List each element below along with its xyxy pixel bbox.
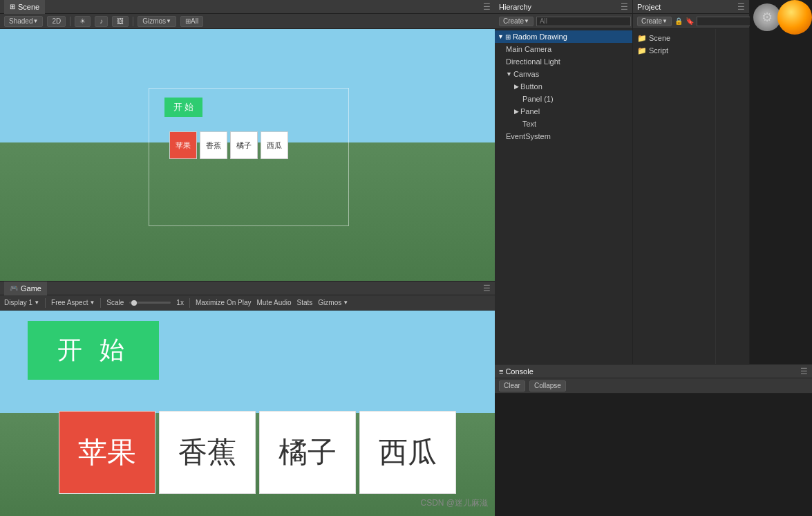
game-fruit-0[interactable]: 苹果 — [59, 411, 155, 494]
hierarchy-create-btn[interactable]: Create ▼ — [499, 17, 534, 26]
console-tab-label: Console — [505, 367, 533, 376]
create-arrow: ▼ — [524, 18, 529, 24]
collapse-btn[interactable]: Collapse — [529, 380, 566, 391]
tab-scene[interactable]: ⊞ Scene — [4, 0, 45, 14]
game-sep-1 — [45, 298, 46, 308]
hierarchy-button[interactable]: ▶ Button — [495, 80, 632, 93]
maximize-btn[interactable]: Maximize On Play — [196, 299, 252, 306]
canvas-arrow: ▼ — [506, 71, 512, 77]
game-fruit-2[interactable]: 橘子 — [259, 411, 356, 494]
sun-btn[interactable]: ☀ — [75, 16, 91, 27]
project-script-folder[interactable]: 📁 Script — [633, 44, 715, 57]
scene-tab-icon: ⊞ — [10, 3, 15, 10]
shaded-dropdown[interactable]: Shaded ▼ — [4, 16, 43, 27]
project-create-btn[interactable]: Create ▼ — [637, 17, 672, 26]
tab-hierarchy[interactable]: Hierarchy — [499, 3, 531, 11]
game-gizmos-arrow: ▼ — [343, 300, 348, 306]
orange-asset-icon — [777, 0, 812, 35]
asset-preview-area: ⚙ — [750, 0, 812, 42]
hierarchy-panel[interactable]: ▶ Panel — [495, 105, 632, 118]
scene-image-btn[interactable]: 🖼 — [112, 16, 129, 27]
project-panel-menu[interactable]: ☰ — [737, 2, 745, 12]
gizmos-btn[interactable]: Gizmos ▼ — [138, 16, 176, 27]
game-start-button[interactable]: 开 始 — [28, 321, 159, 380]
2d-btn[interactable]: 2D — [47, 16, 66, 27]
stats-label: Stats — [297, 299, 313, 306]
all-btn[interactable]: ⊞ All — [180, 16, 203, 27]
console-tab-bar: ≡ Console ☰ — [495, 365, 812, 378]
project-create-arrow: ▼ — [662, 18, 668, 24]
scene-fruit-1[interactable]: 香蕉 — [200, 131, 227, 159]
scale-slider-thumb — [131, 300, 137, 306]
script-folder-icon: 📁 — [637, 46, 647, 55]
scene-fruit-3[interactable]: 西瓜 — [261, 131, 288, 159]
left-panel: ⊞ Scene ☰ Shaded ▼ 2D ☀ ♪ 🖼 Gizmos ▼ — [0, 0, 495, 516]
hierarchy-toolbar: Create ▼ — [495, 14, 632, 29]
hierarchy-directional-light[interactable]: Directional Light — [495, 55, 632, 68]
canvas-label: Canvas — [513, 70, 539, 78]
scene-viewport: 开 始 苹果 香蕉 橘子 西瓜 — [0, 29, 495, 281]
mute-label: Mute Audio — [257, 299, 292, 306]
hierarchy-tab-bar: Hierarchy ☰ — [495, 0, 632, 14]
game-fruit-1[interactable]: 香蕉 — [159, 411, 256, 494]
aspect-label: Free Aspect — [51, 299, 88, 306]
display-arrow: ▼ — [34, 300, 39, 306]
scene-fruits: 苹果 香蕉 橘子 西瓜 — [169, 131, 288, 159]
hierarchy-panel: Hierarchy ☰ Create ▼ ▼ ⊞ Rad — [495, 0, 633, 364]
display-label: Display 1 — [4, 299, 32, 306]
gear-asset-icon: ⚙ — [753, 3, 781, 31]
script-folder-label: Script — [649, 46, 668, 55]
game-view: 🎮 Game ☰ Display 1 ▼ Free Aspect ▼ Scale — [0, 281, 495, 516]
game-panel-menu[interactable]: ☰ — [483, 284, 491, 293]
scene-panel-menu[interactable]: ☰ — [483, 2, 491, 12]
scene-start-button[interactable]: 开 始 — [164, 98, 202, 117]
game-gizmos-label: Gizmos — [318, 299, 341, 306]
console-toolbar: Clear Collapse — [495, 378, 812, 394]
right-panel: Hierarchy ☰ Create ▼ ▼ ⊞ Rad — [495, 0, 812, 516]
stats-btn[interactable]: Stats — [297, 299, 313, 306]
hierarchy-scene-root[interactable]: ▼ ⊞ Radom Drawing — [495, 30, 632, 43]
tab-game[interactable]: 🎮 Game — [4, 282, 47, 295]
project-tab-label: Project — [637, 3, 661, 11]
aspect-selector[interactable]: Free Aspect ▼ — [51, 299, 95, 306]
console-panel-menu[interactable]: ☰ — [800, 367, 808, 376]
clear-btn[interactable]: Clear — [499, 380, 525, 391]
csdn-watermark: CSDN @迷儿麻滋 — [420, 497, 488, 509]
scene-fruit-0[interactable]: 苹果 — [169, 131, 197, 159]
tab-console[interactable]: ≡ Console — [499, 367, 534, 376]
game-tab-label: Game — [21, 284, 41, 293]
text-label: Text — [522, 120, 536, 128]
hierarchy-canvas[interactable]: ▼ Canvas — [495, 68, 632, 80]
tab-project[interactable]: Project — [637, 3, 661, 11]
project-tree: 📁 Scene 📁 Script — [633, 29, 716, 364]
hierarchy-search[interactable] — [536, 17, 631, 26]
scene-icon: ⊞ — [505, 33, 511, 41]
event-system-label: EventSystem — [506, 132, 551, 140]
hierarchy-panel-menu[interactable]: ☰ — [621, 2, 628, 12]
hierarchy-panel-1[interactable]: Panel (1) — [495, 93, 632, 105]
scene-folder-icon: 📁 — [637, 34, 647, 43]
console-icon: ≡ — [499, 367, 503, 376]
hierarchy-event-system[interactable]: EventSystem — [495, 130, 632, 142]
maximize-label: Maximize On Play — [196, 299, 252, 306]
mute-btn[interactable]: Mute Audio — [257, 299, 292, 306]
game-fruit-3[interactable]: 西瓜 — [359, 411, 456, 494]
scale-slider[interactable] — [129, 302, 171, 304]
scene-fruit-2[interactable]: 橘子 — [230, 131, 258, 159]
project-scene-folder[interactable]: 📁 Scene — [633, 32, 715, 44]
game-fruits: 苹果 香蕉 橘子 西瓜 — [59, 411, 456, 494]
game-gizmos-btn[interactable]: Gizmos ▼ — [318, 299, 348, 306]
scene-toolbar: Shaded ▼ 2D ☀ ♪ 🖼 Gizmos ▼ ⊞ All — [0, 14, 495, 29]
panel-arrow: ▶ — [514, 108, 519, 115]
audio-btn[interactable]: ♪ — [95, 16, 108, 27]
hierarchy-main-camera[interactable]: Main Camera — [495, 43, 632, 55]
project-tab-bar: Project ☰ — [633, 0, 749, 14]
display-selector[interactable]: Display 1 ▼ — [4, 299, 39, 306]
game-sep-2 — [100, 298, 101, 308]
scale-label: Scale — [106, 299, 124, 306]
shaded-arrow: ▼ — [32, 18, 38, 24]
button-arrow: ▶ — [514, 83, 519, 90]
hierarchy-text[interactable]: Text — [495, 118, 632, 130]
scene-view: ⊞ Scene ☰ Shaded ▼ 2D ☀ ♪ 🖼 Gizmos ▼ — [0, 0, 495, 281]
hierarchy-scene-name: Radom Drawing — [513, 33, 567, 41]
